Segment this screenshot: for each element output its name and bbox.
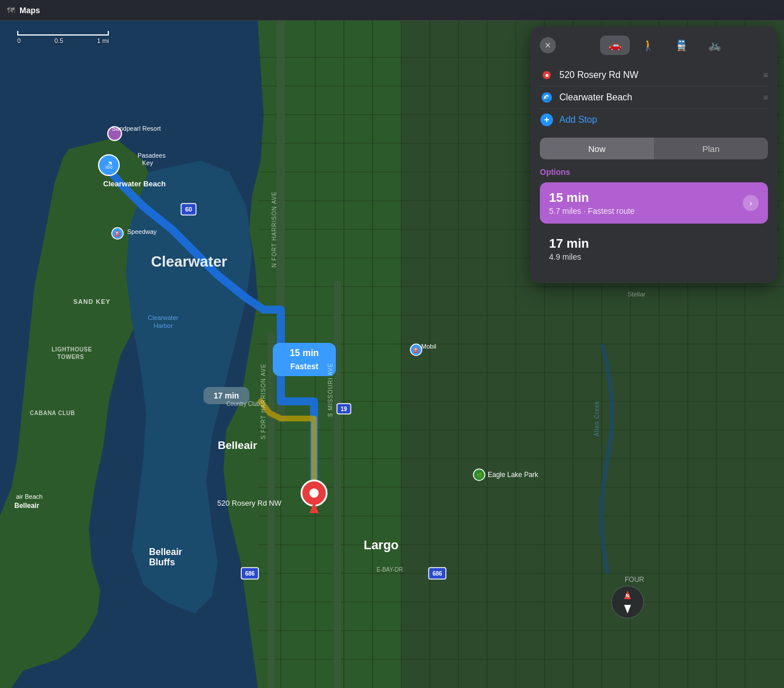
plan-button[interactable]: Plan [654,138,768,159]
svg-point-51 [309,488,319,498]
svg-text:air Beach: air Beach [16,493,42,500]
map-container: 🏖 ⛽ ⛽ 🌿 60 19 686 686 [0,0,784,688]
destination-label: Clearwater Beach [559,92,758,103]
svg-text:Key: Key [142,159,153,166]
svg-text:Belleair: Belleair [218,439,257,451]
origin-drag-handle[interactable]: ≡ [763,71,768,80]
svg-text:🌿: 🌿 [476,472,483,479]
svg-text:17 min: 17 min [214,391,239,400]
route-1-time: 15 min [549,190,743,205]
svg-text:Eagle Lake Park: Eagle Lake Park [488,471,539,479]
svg-text:60: 60 [185,206,192,213]
svg-text:N FORT HARRISON AVE: N FORT HARRISON AVE [271,191,277,268]
svg-text:Harbor: Harbor [154,322,173,329]
origin-dot [543,71,551,79]
route-2-time: 17 min [549,236,759,251]
route-1-arrow: › [743,195,759,211]
svg-text:⛽: ⛽ [115,230,121,237]
svg-text:TOWERS: TOWERS [57,354,84,360]
svg-text:S FORT HARRISON AVE: S FORT HARRISON AVE [260,363,266,439]
svg-text:LIGHTHOUSE: LIGHTHOUSE [52,346,92,353]
add-stop-icon-wrap: + [540,114,554,126]
svg-text:Clearwater Beach: Clearwater Beach [103,179,166,188]
route-1-info: 15 min 5.7 miles · Fastest route [549,190,743,216]
options-label: Options [540,167,768,177]
waypoint-origin: 520 Rosery Rd NW ≡ [540,64,768,87]
svg-text:Bluffs: Bluffs [149,557,175,567]
origin-label: 520 Rosery Rd NW [559,70,758,80]
svg-rect-47 [334,281,341,688]
svg-text:🏖: 🏖 [105,161,113,170]
waypoint-destination: 🌊 Clearwater Beach ≡ [540,87,768,109]
svg-text:E-BAY-DR: E-BAY-DR [377,566,403,573]
tab-transit[interactable]: 🚆 [667,36,696,55]
svg-text:CABANA CLUB: CABANA CLUB [30,410,75,416]
app-title: Maps [19,6,40,15]
svg-rect-46 [268,333,275,688]
route-option-2[interactable]: 17 min 4.9 miles [540,228,768,269]
svg-text:Pasadees: Pasadees [138,152,166,159]
destination-dot: 🌊 [542,92,552,103]
svg-text:SAND KEY: SAND KEY [73,298,111,305]
time-buttons: Now Plan [540,138,768,159]
svg-text:Sandpearl Resort: Sandpearl Resort [112,125,161,132]
waypoints-list: 520 Rosery Rd NW ≡ 🌊 Clearwater Beach ≡ … [540,64,768,131]
svg-text:Clearwater: Clearwater [151,253,228,270]
destination-icon: 🌊 [540,92,554,103]
svg-text:Largo: Largo [363,538,398,552]
tab-walk[interactable]: 🚶 [633,36,663,55]
svg-text:FOUR: FOUR [625,576,644,584]
destination-drag-handle[interactable]: ≡ [763,93,768,102]
route-2-detail: 4.9 miles [549,252,759,261]
svg-text:S MISSOURI AVE: S MISSOURI AVE [327,363,334,417]
svg-text:Mobil: Mobil [421,343,436,350]
close-button[interactable]: ✕ [540,37,556,53]
svg-text:Allen Creek: Allen Creek [594,401,600,437]
svg-text:15 min: 15 min [290,348,319,358]
plus-icon: + [540,114,553,126]
svg-text:Stellar: Stellar [628,291,646,298]
svg-text:Belleair: Belleair [149,547,182,557]
route-option-1[interactable]: 15 min 5.7 miles · Fastest route › [540,182,768,224]
add-stop-label[interactable]: Add Stop [559,115,597,125]
svg-text:N: N [626,593,630,599]
svg-text:Clearwater: Clearwater [148,314,179,321]
svg-text:686: 686 [433,570,442,577]
svg-text:520 Rosery Rd NW: 520 Rosery Rd NW [217,499,282,507]
route-panel: ✕ 🚗 🚶 🚆 🚲 520 Rosery Rd NW ≡ 🌊 [531,26,777,283]
add-stop-row[interactable]: + Add Stop [540,109,768,131]
maps-icon: 🗺 [7,6,15,15]
svg-text:Fastest: Fastest [290,362,318,371]
now-button[interactable]: Now [540,138,654,159]
tab-bike[interactable]: 🚲 [700,36,730,55]
svg-text:686: 686 [245,570,255,577]
svg-text:Belleair: Belleair [14,502,40,510]
origin-icon [540,71,554,79]
transport-tabs: 🚗 🚶 🚆 🚲 [562,36,768,55]
panel-header: ✕ 🚗 🚶 🚆 🚲 [540,36,768,55]
svg-text:19: 19 [340,406,347,412]
tab-drive[interactable]: 🚗 [600,36,630,55]
svg-text:Speedway: Speedway [127,228,157,235]
svg-text:Country Club: Country Club [226,401,260,407]
route-2-info: 17 min 4.9 miles [549,236,759,261]
svg-text:⛽: ⛽ [413,347,420,354]
top-bar: 🗺 Maps [0,0,784,21]
route-1-detail: 5.7 miles · Fastest route [549,206,743,216]
scale-bar: 0 0.5 1 mi [17,31,109,44]
